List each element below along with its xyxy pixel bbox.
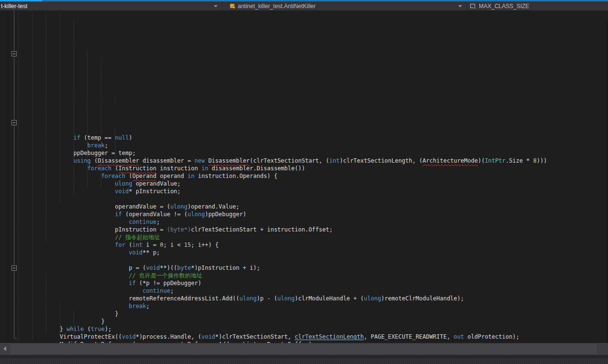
code-token: (*p != ppDebugger): [136, 280, 201, 287]
indent-guide: [46, 274, 46, 333]
code-token: break: [18, 142, 105, 149]
code-token: operand: [156, 173, 188, 179]
error-squiggle-token: ArchitectureMode: [422, 157, 478, 164]
symbol-link[interactable]: clrTextSectionLength: [295, 333, 364, 340]
code-token: (byte*): [167, 226, 191, 233]
chevron-down-icon[interactable]: [458, 5, 462, 7]
code-token: }: [18, 318, 105, 325]
code-token: ulong: [170, 203, 188, 210]
code-token: remoteReferenceAddressList.Add((: [18, 295, 239, 302]
code-token: if: [18, 280, 136, 287]
indent-guide: [129, 165, 129, 173]
code-token: continue: [18, 287, 170, 294]
error-squiggle-token: Operand: [132, 173, 156, 179]
indent-guide: [46, 12, 46, 241]
code-line: remoteReferenceAddressList.Add((ulong)p …: [0, 295, 603, 302]
type-dropdown[interactable]: antinet_killer_test.AntiNetKiller: [223, 1, 467, 11]
code-line: if (temp == null): [0, 134, 603, 142]
indent-guide: [32, 12, 33, 342]
code-line: // 也许是一个操作数的地址: [0, 272, 603, 279]
code-token: continue: [18, 219, 156, 225]
indent-guide: [87, 51, 88, 188]
error-squiggle-token: Disassembler: [98, 157, 139, 164]
vertical-scrollbar[interactable]: [606, 21, 608, 364]
code-token: in: [188, 173, 194, 179]
code-token: ulong: [364, 295, 381, 302]
project-dropdown[interactable]: t-killer-test: [0, 1, 222, 11]
code-token: if: [18, 134, 80, 141]
window-resize-grip: [0, 358, 608, 364]
code-token: (: [125, 242, 132, 248]
indent-guide: [74, 20, 74, 196]
code-token: )ppDebugger): [205, 211, 246, 218]
code-token: 15: [184, 242, 191, 248]
code-token: ppDebugger = temp;: [18, 150, 136, 156]
code-token: out: [453, 333, 464, 340]
code-editor[interactable]: if (temp == null) break; ppDebugger = te…: [0, 11, 608, 342]
code-token: (: [84, 326, 90, 332]
code-token: (: [125, 173, 132, 179]
code-token: new: [194, 157, 205, 164]
code-token: while: [66, 326, 84, 332]
error-squiggle-token: Instruction: [119, 165, 156, 172]
chevron-down-icon[interactable]: [214, 5, 218, 7]
indent-guide: [115, 97, 115, 104]
code-token: oldProtection);: [464, 333, 520, 340]
indent-guide: [74, 311, 74, 334]
code-line: foreach (Instruction instruction in disa…: [0, 165, 603, 172]
code-token: ;: [170, 287, 174, 294]
code-line: [0, 256, 603, 264]
code-token: void: [201, 333, 215, 340]
code-token: pInstruction =: [18, 226, 167, 233]
code-line: ulong operandValue;: [0, 180, 603, 188]
code-line: void* pInstruction;: [0, 188, 603, 195]
code-token: VirtualProtectEx((: [18, 333, 122, 340]
code-token: * pInstruction;: [129, 188, 180, 195]
code-token: (operandValue != (: [122, 211, 188, 218]
code-token: ))): [537, 157, 547, 164]
code-token: byte: [177, 265, 191, 271]
code-token: ; i++) {: [191, 242, 219, 248]
code-line: VirtualProtectEx((void*)process.Handle, …: [0, 333, 603, 341]
code-token: clrTextSectionStart + instruction.Offset…: [191, 226, 332, 233]
code-token: ;: [156, 219, 160, 225]
code-token: (temp ==: [80, 134, 115, 141]
code-token: ** p;: [143, 249, 160, 256]
scroll-left-arrow-icon[interactable]: [3, 346, 6, 351]
code-token: ;: [105, 142, 108, 149]
code-line: // 指令起始地址: [0, 233, 603, 241]
horizontal-scrollbar[interactable]: [0, 343, 608, 355]
horizontal-scrollbar-thumb[interactable]: [11, 344, 597, 354]
code-token: int: [329, 157, 340, 164]
code-token: )clrModuleHandle + (: [295, 295, 364, 302]
code-line: break;: [0, 302, 603, 310]
code-token: int: [132, 242, 143, 248]
code-line: p = (void**)((byte*)pInstruction + i);: [0, 264, 603, 272]
code-token: );: [105, 326, 111, 332]
code-line: void** p;: [0, 249, 603, 256]
code-line: }: [0, 310, 603, 318]
constant-icon: [470, 3, 476, 9]
code-line: using (Disassembler disassembler = new D…: [0, 157, 603, 165]
code-token: foreach: [18, 173, 125, 179]
code-line: [0, 195, 603, 203]
code-token: // 指令起始地址: [18, 234, 160, 241]
code-token: *)clrTextSectionStart,: [215, 333, 295, 340]
member-dropdown[interactable]: MAX_CLASS_SIZE: [467, 1, 608, 11]
code-line: ppDebugger = temp;: [0, 149, 603, 157]
navigation-bar: t-killer-test antinet_killer_test.AntiNe…: [0, 1, 608, 11]
code-token: void: [146, 265, 160, 271]
code-line: if (*p != ppDebugger): [0, 279, 603, 287]
code-token: true: [91, 326, 105, 332]
code-token: *)process.Handle, (: [136, 333, 201, 340]
indent-guide: [18, 12, 19, 342]
code-token: ulong: [188, 211, 205, 218]
code-line: pInstruction = (byte*)clrTextSectionStar…: [0, 226, 603, 233]
code-token: (: [91, 157, 98, 164]
code-line: continue;: [0, 218, 603, 226]
indent-guide: [60, 12, 60, 204]
indent-guide: [101, 58, 101, 188]
code-token: in: [201, 165, 208, 172]
code-token: ulong: [277, 295, 295, 302]
code-token: ; i <: [163, 242, 184, 248]
